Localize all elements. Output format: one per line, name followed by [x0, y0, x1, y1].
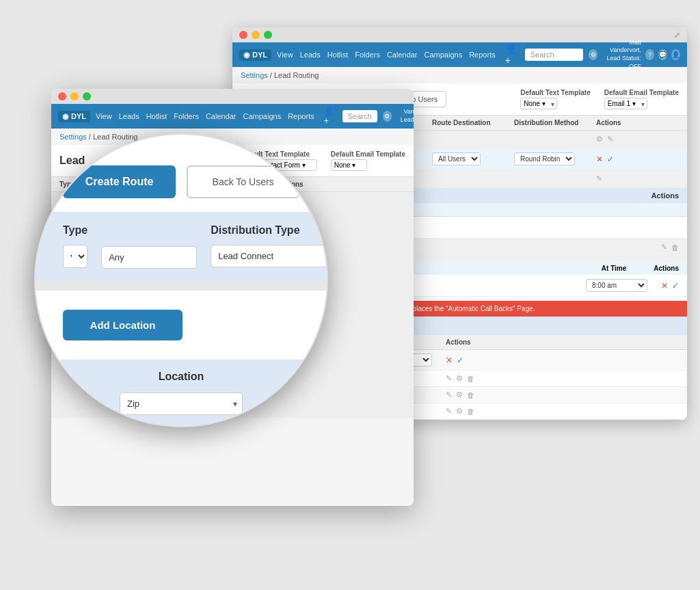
cb-confirm-1[interactable]: ✓	[457, 356, 463, 365]
edit-icon-3[interactable]: ✎	[661, 243, 667, 252]
breadcrumb-settings-back[interactable]: Settings	[241, 71, 268, 79]
actions-label: Actions	[651, 191, 679, 200]
nav-campaigns[interactable]: Campaigns	[425, 51, 463, 59]
gear-icon-cb3[interactable]: ⚙	[456, 390, 463, 399]
default-email-template-group-front: Default Email Template None ▾	[331, 150, 405, 171]
nav-folders-front[interactable]: Folders	[174, 112, 199, 120]
settings-icon-front[interactable]: ⚙	[383, 111, 392, 122]
edit-icon-cb3[interactable]: ✎	[446, 390, 452, 399]
round-robin-select[interactable]: Round Robin	[514, 152, 575, 165]
nav-links-back: View Leads Hotlist Folders Calendar Camp…	[277, 51, 496, 59]
default-text-template-label-back: Default Text Template	[520, 89, 590, 96]
cb-row1-actions: ✕ ✓	[446, 356, 500, 365]
nav-leads-front[interactable]: Leads	[119, 112, 139, 120]
help-icon-back[interactable]: ?	[645, 49, 654, 60]
any-column: Any Phone Email Web	[101, 224, 197, 269]
nav-hotlist[interactable]: Hotlist	[327, 51, 349, 59]
add-location-section: Add Location	[36, 291, 327, 360]
nav-right-back: ⚙ Matt Vandervort, Lead Status: OFF ? 💬 …	[589, 39, 680, 71]
cb-cancel-1[interactable]: ✕	[446, 356, 453, 365]
type-select-row: ▾	[63, 245, 88, 268]
main-layout: ⤢ ◉ DYL View Leads Hotlist Folders Calen…	[0, 0, 700, 590]
location-select[interactable]: Zip City State Country	[120, 392, 243, 415]
nav-leads[interactable]: Leads	[300, 51, 321, 59]
cb-row2-actions: ✎ ⚙ 🗑	[446, 374, 500, 383]
default-email-template-label-front: Default Email Template	[331, 150, 405, 158]
trash-icon[interactable]: 🗑	[671, 243, 679, 252]
close-btn-back[interactable]	[239, 31, 247, 39]
gear-icon-cb2[interactable]: ⚙	[456, 374, 463, 383]
add-user-icon-front: 👤+	[324, 107, 334, 126]
nav-calendar[interactable]: Calendar	[387, 51, 418, 59]
chat-icon-back[interactable]: 💬	[658, 49, 667, 60]
at-time-select[interactable]: 8:00 am	[586, 279, 647, 292]
nav-search-front[interactable]: Search	[342, 110, 377, 122]
nav-user-name-front: Matt Vandervort,	[396, 100, 414, 116]
minimize-btn-back[interactable]	[252, 31, 260, 39]
nav-reports-front[interactable]: Reports	[288, 112, 314, 120]
edit-icon-cb4[interactable]: ✎	[446, 407, 452, 416]
at-time-label: At Time	[602, 265, 627, 272]
nav-user-info-back: Matt Vandervort, Lead Status: OFF	[602, 39, 641, 71]
col-actions-front: Actions	[278, 180, 405, 188]
minimize-btn-front[interactable]	[70, 92, 79, 100]
gear-icon[interactable]: ⚙	[596, 135, 603, 144]
breadcrumb-lead-routing-back: Lead Routing	[274, 71, 319, 79]
settings-icon-back[interactable]: ⚙	[589, 49, 597, 60]
breadcrumb-lead-routing-front: Lead Routing	[93, 133, 137, 141]
nav-bar-back: ◉ DYL View Leads Hotlist Folders Calenda…	[232, 42, 687, 67]
magnify-type-section: Type ▾ Any Phone Email Web	[36, 212, 327, 281]
trash-icon-cb4[interactable]: 🗑	[467, 407, 474, 416]
lead-route-title-front: Lead	[59, 155, 85, 167]
edit-icon-cb2[interactable]: ✎	[446, 374, 452, 383]
col-dist-method-back: Distribution Method	[514, 119, 596, 126]
nav-user-name-back: Matt Vandervort,	[602, 39, 641, 55]
at-time-actions: ✕ ✓	[661, 281, 679, 291]
magnify-spacer	[36, 281, 327, 291]
cb-row4-actions: ✎ ⚙ 🗑	[446, 407, 500, 416]
nav-user-status-back: Lead Status: OFF	[602, 55, 641, 70]
trash-icon-cb2[interactable]: 🗑	[467, 375, 474, 383]
default-email-template-value-front: None ▾	[331, 159, 368, 171]
default-email-template-value-back: Email 1 ▾	[604, 98, 647, 109]
default-text-template-group-back: Default Text Template None ▾	[520, 89, 590, 109]
expand-icon-back: ⤢	[674, 31, 680, 40]
location-select-container: Zip City State Country ▾	[120, 392, 243, 415]
col-actions-back: Actions	[596, 119, 651, 126]
add-location-btn[interactable]: Add Location	[63, 310, 183, 340]
nav-links-front: View Leads Hotlist Folders Calendar Camp…	[96, 112, 314, 120]
nav-view[interactable]: View	[277, 51, 293, 59]
user-icon-back[interactable]: 👤	[671, 49, 680, 60]
at-time-confirm-icon[interactable]: ✓	[672, 281, 679, 291]
edit-icon-2[interactable]: ✎	[596, 174, 602, 183]
default-email-template-select-wrapper-back: Email 1 ▾	[604, 98, 647, 109]
edit-icon[interactable]: ✎	[607, 135, 613, 144]
add-user-icon-back: 👤+	[505, 44, 517, 66]
nav-reports[interactable]: Reports	[469, 51, 496, 59]
nav-folders[interactable]: Folders	[355, 51, 380, 59]
nav-search-back[interactable]: Search	[525, 49, 583, 61]
nav-view-front[interactable]: View	[96, 112, 112, 120]
gear-icon-cb4[interactable]: ⚙	[456, 407, 463, 416]
distribution-type-select[interactable]: Lead Connect Round Robin Direct	[211, 245, 328, 267]
nav-calendar-front[interactable]: Calendar	[206, 112, 237, 120]
actions-at-time-label: Actions	[654, 265, 679, 272]
cancel-icon[interactable]: ✕	[596, 155, 603, 164]
close-btn-front[interactable]	[58, 92, 66, 100]
maximize-btn-back[interactable]	[264, 31, 272, 39]
default-email-template-group-back: Default Email Template Email 1 ▾	[604, 89, 679, 109]
any-spacer	[101, 224, 197, 238]
all-users-select[interactable]: All Users	[432, 152, 481, 165]
maximize-btn-front[interactable]	[83, 92, 91, 100]
any-type-select[interactable]: Any Phone Email Web	[101, 246, 197, 269]
breadcrumb-settings-front[interactable]: Settings	[59, 133, 87, 141]
type-arrow-select[interactable]: ▾	[63, 245, 88, 268]
logo-icon: ◉	[243, 51, 250, 59]
nav-campaigns-front[interactable]: Campaigns	[243, 112, 282, 120]
nav-hotlist-front[interactable]: Hotlist	[146, 112, 167, 120]
nav-bar-front: ◉ DYL View Leads Hotlist Folders Calenda…	[51, 104, 414, 129]
trash-icon-cb3[interactable]: 🗑	[467, 391, 474, 399]
at-time-cancel-icon[interactable]: ✕	[661, 281, 668, 291]
confirm-icon[interactable]: ✓	[607, 155, 614, 164]
nav-logo-back: ◉ DYL	[239, 49, 271, 61]
